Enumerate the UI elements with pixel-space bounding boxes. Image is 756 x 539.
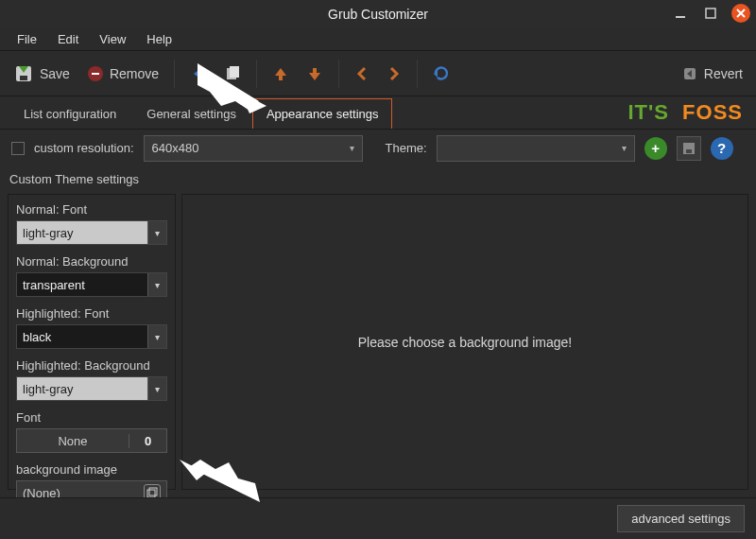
chevron-left-icon — [354, 66, 369, 81]
bg-image-picker[interactable]: (None) — [16, 480, 167, 497]
toolbar-separator — [174, 60, 175, 88]
normal-bg-select[interactable]: transparent ▾ — [16, 272, 167, 297]
chevron-down-icon: ▾ — [147, 221, 166, 244]
normal-font-label: Normal: Font — [16, 202, 167, 217]
hi-bg-value: light-gray — [23, 382, 73, 396]
font-select[interactable]: None 0 — [16, 428, 167, 453]
menu-view[interactable]: View — [90, 30, 135, 48]
svg-rect-5 — [20, 76, 27, 80]
minimize-button[interactable] — [671, 4, 690, 23]
svg-marker-11 — [275, 68, 286, 80]
floppy-icon — [682, 142, 696, 155]
svg-rect-18 — [147, 490, 155, 497]
menu-help[interactable]: Help — [137, 30, 181, 48]
normal-bg-label: Normal: Background — [16, 254, 167, 269]
revert-label: Revert — [704, 66, 743, 81]
arrow-down-icon — [306, 65, 323, 82]
back-button[interactable] — [184, 61, 213, 86]
menubar: File Edit View Help — [0, 28, 756, 51]
logo-part1: IT'S — [627, 100, 668, 124]
copy-icon — [224, 65, 241, 82]
menu-file[interactable]: File — [8, 30, 46, 48]
content-row: Normal: Font light-gray ▾ Normal: Backgr… — [0, 190, 756, 497]
resolution-value: 640x480 — [152, 141, 199, 155]
close-button[interactable] — [731, 4, 750, 23]
field-background-image: background image (None) — [16, 462, 167, 497]
refresh-button[interactable] — [427, 61, 455, 86]
copy-toolbar-button[interactable] — [218, 61, 247, 86]
move-down-button[interactable] — [301, 61, 329, 86]
plus-icon: + — [651, 140, 660, 156]
logo-part2: FOSS — [682, 100, 743, 124]
tab-list-configuration[interactable]: List configuration — [9, 98, 130, 129]
revert-icon — [681, 65, 698, 82]
theme-select[interactable]: ▾ — [437, 135, 635, 162]
arrow-up-icon — [272, 65, 289, 82]
chevron-right-icon — [387, 66, 402, 81]
app-window: Grub Customizer File Edit View Help Save — [0, 0, 756, 539]
save-button[interactable]: Save — [8, 60, 76, 88]
revert-button[interactable]: Revert — [676, 61, 748, 86]
remove-button[interactable]: Remove — [81, 61, 164, 86]
move-up-button[interactable] — [266, 61, 295, 86]
add-theme-button[interactable]: + — [644, 137, 667, 160]
normal-font-value: light-gray — [23, 226, 73, 240]
field-highlighted-background: Highlighted: Background light-gray ▾ — [16, 358, 167, 401]
field-highlighted-font: Highlighted: Font black ▾ — [16, 306, 167, 349]
save-theme-button[interactable] — [677, 136, 701, 161]
next-button[interactable] — [381, 62, 407, 85]
window-controls — [671, 4, 750, 23]
browse-icon[interactable] — [144, 484, 161, 497]
toolbar-separator — [417, 60, 418, 88]
tab-appearance-settings[interactable]: Appearance settings — [252, 98, 393, 129]
tab-bar: List configuration General settings Appe… — [0, 96, 756, 129]
toolbar-separator — [338, 60, 339, 88]
chevron-down-icon: ▾ — [622, 143, 627, 153]
hi-bg-select[interactable]: light-gray ▾ — [16, 376, 167, 401]
svg-rect-10 — [230, 66, 239, 78]
svg-rect-19 — [149, 488, 157, 496]
bg-image-value: (None) — [23, 486, 144, 498]
chevron-down-icon: ▾ — [147, 325, 166, 348]
window-title: Grub Customizer — [328, 7, 428, 22]
chevron-down-icon: ▾ — [350, 143, 354, 153]
remove-icon — [87, 65, 104, 82]
chevron-down-icon: ▾ — [147, 273, 166, 296]
font-label: Font — [16, 410, 167, 425]
section-header: Custom Theme settings — [0, 166, 756, 190]
hi-font-select[interactable]: black ▾ — [16, 324, 167, 349]
hi-font-value: black — [23, 330, 51, 344]
toolbar-separator — [256, 60, 257, 88]
normal-font-select[interactable]: light-gray ▾ — [16, 220, 167, 245]
bg-image-label: background image — [16, 462, 167, 477]
preview-placeholder: Please choose a background image! — [358, 335, 572, 350]
help-button[interactable]: ? — [711, 137, 733, 160]
field-font: Font None 0 — [16, 410, 167, 453]
prev-button[interactable] — [349, 62, 375, 85]
hi-font-label: Highlighted: Font — [16, 306, 167, 321]
logo-text: IT'S FOSS — [627, 100, 743, 125]
theme-label: Theme: — [386, 141, 427, 155]
options-row: custom resolution: 640x480 ▾ Theme: ▾ + … — [0, 129, 756, 166]
save-label: Save — [40, 66, 70, 81]
hi-bg-label: Highlighted: Background — [16, 358, 167, 373]
main-content: Custom Theme settings Normal: Font light… — [0, 166, 756, 497]
footer: advanced settings — [0, 497, 756, 539]
menu-edit[interactable]: Edit — [48, 30, 88, 48]
custom-resolution-label: custom resolution: — [34, 141, 134, 155]
custom-resolution-checkbox[interactable] — [11, 142, 25, 155]
svg-marker-8 — [194, 68, 201, 79]
normal-bg-value: transparent — [23, 278, 85, 292]
tab-general-settings[interactable]: General settings — [132, 98, 250, 129]
advanced-settings-button[interactable]: advanced settings — [617, 505, 745, 532]
field-normal-background: Normal: Background transparent ▾ — [16, 254, 167, 297]
remove-label: Remove — [110, 66, 159, 81]
maximize-button[interactable] — [701, 4, 720, 23]
background-preview[interactable]: Please choose a background image! — [181, 194, 748, 490]
field-normal-font: Normal: Font light-gray ▾ — [16, 202, 167, 245]
font-name: None — [17, 434, 129, 448]
resolution-select[interactable]: 640x480 ▾ — [144, 135, 363, 162]
toolbar: Save Remove — [0, 51, 756, 96]
titlebar: Grub Customizer — [0, 0, 756, 28]
save-icon — [13, 63, 34, 84]
